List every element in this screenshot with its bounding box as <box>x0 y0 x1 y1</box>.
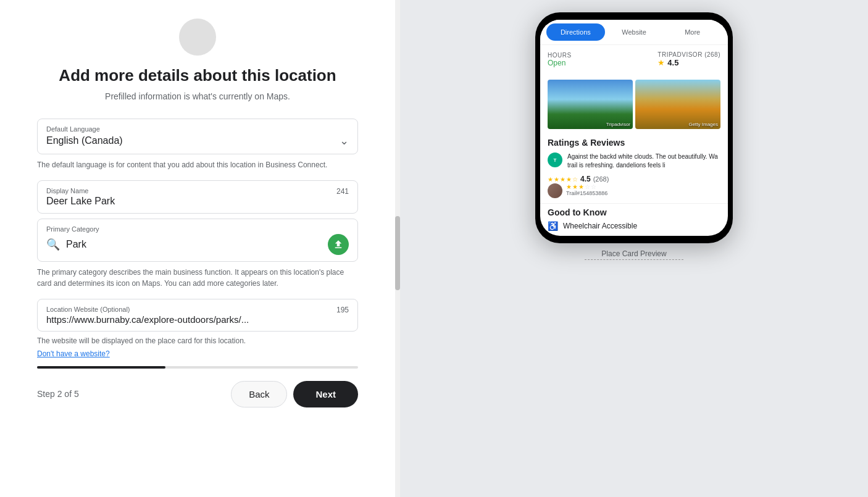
category-value: Park <box>66 239 322 250</box>
second-review-stars: ★ ★ ★ ☆ ☆ <box>566 183 607 190</box>
good-to-know-title: Good to Know <box>548 207 720 217</box>
chevron-down-icon[interactable]: ⌄ <box>340 134 349 148</box>
second-reviewer-info: ★ ★ ★ ☆ ☆ Trail#154853886 <box>566 183 607 198</box>
default-language-value: English (Canada) ⌄ <box>46 134 349 148</box>
hours-row: HOURS Open TRIPADVISOR (268) ★ 4.5 <box>548 50 720 71</box>
s5-empty: ☆ <box>591 183 596 190</box>
phone-image-sky[interactable]: Tripadvisor <box>548 80 633 129</box>
reviewer-name: Trail#154853886 <box>566 190 607 196</box>
bottom-navigation: Step 2 of 5 Back Next <box>37 381 358 407</box>
scrollbar-divider <box>395 0 400 497</box>
wheelchair-accessible-text: Wheelchair Accessible <box>563 222 637 230</box>
review-content: Against the backd white clouds. The out … <box>567 152 720 170</box>
tripadvisor-logo: T <box>548 152 562 167</box>
mini-stars: ★ ★ ★ ★ ☆ <box>548 176 578 183</box>
avatar <box>179 19 216 56</box>
website-button[interactable]: Website <box>605 23 664 41</box>
progress-bar <box>37 366 358 369</box>
website-value: https://www.burnaby.ca/explore-outdoors/… <box>46 314 349 325</box>
s4-empty: ☆ <box>585 183 590 190</box>
step-indicator: Step 2 of 5 <box>37 389 79 399</box>
phone-screen: Directions Website More HOURS Open <box>540 20 728 236</box>
review-item-tripadvisor: T Against the backd white clouds. The ou… <box>548 152 720 170</box>
upload-icon <box>333 239 344 250</box>
open-status: Open <box>548 59 572 67</box>
website-label: Location Website (Optional) <box>46 306 349 313</box>
primary-category-label: Primary Category <box>46 225 349 233</box>
hours-label: HOURS <box>548 52 572 59</box>
phone-images: Tripadvisor Getty Images <box>540 76 728 133</box>
star-4: ★ <box>566 176 572 183</box>
more-button[interactable]: More <box>663 23 722 41</box>
place-card-preview-label: Place Card Preview <box>585 249 683 260</box>
directions-button[interactable]: Directions <box>546 23 605 41</box>
display-name-char-count: 241 <box>336 187 349 196</box>
s3: ★ <box>578 183 584 190</box>
review-count: (268) <box>593 175 609 183</box>
phone-action-bar: Directions Website More <box>540 20 728 45</box>
s1: ★ <box>566 183 572 190</box>
review-stars-row: ★ ★ ★ ★ ☆ 4.5 (268) <box>548 175 720 183</box>
search-icon: 🔍 <box>46 238 60 251</box>
ratings-reviews-section: Ratings & Reviews T Against the backd wh… <box>540 133 728 203</box>
form-section: Default Language English (Canada) ⌄ The … <box>37 119 358 407</box>
review-text: Against the backd white clouds. The out … <box>567 152 720 170</box>
hours-info: HOURS Open <box>548 52 572 67</box>
category-helper-text: The primary category describes the main … <box>37 267 358 289</box>
star-icon: ★ <box>657 58 665 67</box>
language-helper-text: The default language is for content that… <box>37 159 358 170</box>
page-subtitle: Prefilled information is what's currentl… <box>105 91 290 101</box>
second-review: ★ ★ ★ ☆ ☆ Trail#154853886 <box>548 183 720 198</box>
phone-image-autumn[interactable]: Getty Images <box>635 80 720 129</box>
phone-mockup: Directions Website More HOURS Open <box>535 12 733 243</box>
scrollbar-thumb[interactable] <box>395 216 400 290</box>
website-char-count: 195 <box>336 306 349 314</box>
image-label-getty: Getty Images <box>688 122 718 127</box>
category-field-row: 🔍 Park <box>46 234 349 255</box>
accessibility-row: ♿ Wheelchair Accessible <box>548 221 720 231</box>
star-3: ★ <box>560 176 565 183</box>
tripadvisor-label: TRIPADVISOR (268) <box>657 51 720 58</box>
star-1: ★ <box>548 176 553 183</box>
display-name-value: Deer Lake Park <box>46 196 349 207</box>
hours-section: HOURS Open TRIPADVISOR (268) ★ 4.5 <box>540 45 728 76</box>
dont-have-website-link[interactable]: Don't have a website? <box>37 349 110 358</box>
left-panel: Add more details about this location Pre… <box>0 0 395 497</box>
ratings-title: Ratings & Reviews <box>548 138 720 148</box>
default-language-label: Default Language <box>46 125 349 133</box>
default-language-field[interactable]: Default Language English (Canada) ⌄ <box>37 119 358 154</box>
s2: ★ <box>572 183 578 190</box>
good-to-know-section: Good to Know ♿ Wheelchair Accessible <box>540 203 728 236</box>
wheelchair-icon: ♿ <box>548 221 558 231</box>
review-rating-num: 4.5 <box>580 175 591 183</box>
next-button[interactable]: Next <box>293 381 358 407</box>
back-button[interactable]: Back <box>231 381 287 407</box>
display-name-field[interactable]: 241 Display Name Deer Lake Park <box>37 180 358 214</box>
progress-bar-fill <box>37 366 165 369</box>
nav-buttons: Back Next <box>231 381 358 407</box>
tripadvisor-info: TRIPADVISOR (268) ★ 4.5 <box>657 51 720 67</box>
rating-value: 4.5 <box>667 58 678 67</box>
page-title: Add more details about this location <box>59 65 336 86</box>
website-helper-text: The website will be displayed on the pla… <box>37 336 358 345</box>
reviewer-avatar-image <box>548 183 562 198</box>
display-name-label: Display Name <box>46 187 349 194</box>
category-upload-button[interactable] <box>328 234 349 255</box>
right-panel: Directions Website More HOURS Open <box>400 0 868 497</box>
rating-row: ★ 4.5 <box>657 58 720 67</box>
star-5-half: ☆ <box>572 176 578 183</box>
reviewer-avatar <box>548 183 562 198</box>
image-label-tripadvisor: Tripadvisor <box>606 122 630 127</box>
website-field[interactable]: 195 Location Website (Optional) https://… <box>37 299 358 332</box>
primary-category-field[interactable]: Primary Category 🔍 Park <box>37 219 358 262</box>
star-2: ★ <box>554 176 559 183</box>
